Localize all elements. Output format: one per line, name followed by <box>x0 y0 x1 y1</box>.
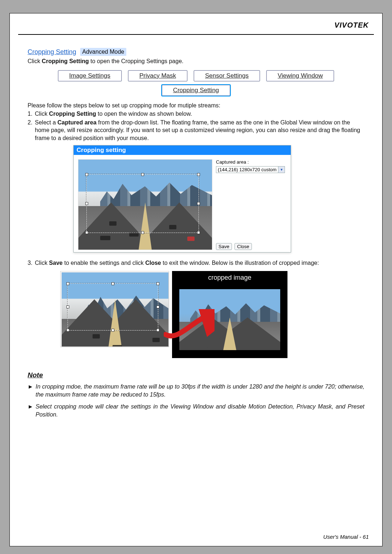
note-heading: Note <box>28 371 364 379</box>
step-3-t1: Click <box>35 260 49 266</box>
handle-icon <box>156 282 159 285</box>
tab-image-settings[interactable]: Image Settings <box>58 70 122 81</box>
chevron-down-icon[interactable]: ▾ <box>278 167 285 173</box>
footer-page: 61 <box>363 534 369 540</box>
captured-area-label: Captured area : <box>216 159 286 165</box>
handle-icon <box>66 305 69 308</box>
step-3-s2: Close <box>145 260 161 266</box>
handle-icon[interactable] <box>197 231 200 234</box>
tabs-row-2: Cropping Setting <box>28 85 364 96</box>
step-3-num: 3. <box>28 259 35 268</box>
cropping-window: Cropping setting <box>73 145 291 253</box>
step-2-num: 2. <box>28 119 35 143</box>
step-2-strong: Captured area <box>57 119 97 126</box>
cropped-image <box>179 289 280 350</box>
preview-lane-right <box>204 317 280 350</box>
close-button[interactable]: Close <box>234 243 252 250</box>
content-area: Cropping Setting Advanced Mode Click Cro… <box>28 48 364 423</box>
step-1: 1. Click Cropping Setting to open the wi… <box>28 110 364 119</box>
source-thumbnail <box>60 271 169 347</box>
document-sheet: VIVOTEK Cropping Setting Advanced Mode C… <box>9 13 383 546</box>
cropping-window-body: Captured area : (144,216) 1280x720 custo… <box>74 155 291 252</box>
step-2-prefix: Select a <box>35 119 57 126</box>
tabs-row-1: Image Settings Privacy Mask Sensor Setti… <box>28 70 364 81</box>
tabs-illustration: Image Settings Privacy Mask Sensor Setti… <box>28 70 364 96</box>
tab-viewing-window[interactable]: Viewing Window <box>266 70 334 81</box>
step-3: 3. Click Save to enable the settings and… <box>28 259 364 268</box>
result-panel: cropped image <box>172 271 287 358</box>
triangle-bullet-icon: ► <box>28 403 36 418</box>
steps-intro: Please follow the steps below to set up … <box>28 102 364 110</box>
cropping-side-panel: Captured area : (144,216) 1280x720 custo… <box>216 159 286 250</box>
handle-icon <box>66 282 69 285</box>
car-icon <box>100 236 110 240</box>
handle-icon[interactable] <box>141 173 144 176</box>
note-1-text: In cropping mdoe, the maximum frame rate… <box>36 383 364 398</box>
car-icon <box>187 237 195 241</box>
tab-sensor-settings[interactable]: Sensor Settings <box>194 70 260 81</box>
handle-icon[interactable] <box>85 231 88 234</box>
triangle-bullet-icon: ► <box>28 383 36 398</box>
mode-badge: Advanced Mode <box>80 48 127 56</box>
save-button[interactable]: Save <box>216 243 232 250</box>
intro-suffix: to open the Cropping Settings page. <box>89 58 184 64</box>
cropped-image-label: cropped image <box>172 274 287 282</box>
divider <box>18 34 374 35</box>
note-item: ► In cropping mdoe, the maximum frame ra… <box>28 383 364 398</box>
selection-frame[interactable] <box>86 174 199 233</box>
step-2: 2. Select a Captured area from the drop-… <box>28 119 364 143</box>
source-preview <box>61 272 169 347</box>
handle-icon <box>111 282 114 285</box>
tab-privacy-mask[interactable]: Privacy Mask <box>128 70 187 81</box>
footer-label: User's Manual - <box>323 534 363 540</box>
intro-prefix: Click <box>28 58 42 64</box>
step-1-strong: Cropping Setting <box>49 111 96 117</box>
step-1-prefix: Click <box>35 111 49 117</box>
step-3-t2: to enable the settings and click <box>62 260 145 266</box>
comparison-illustration: cropped image <box>60 271 364 358</box>
note-list: ► In cropping mdoe, the maximum frame ra… <box>28 383 364 418</box>
handle-icon <box>111 329 114 332</box>
handle-icon[interactable] <box>197 173 200 176</box>
cropping-preview[interactable] <box>78 159 212 250</box>
preview-road <box>179 322 280 350</box>
cropping-window-title: Cropping setting <box>74 145 291 155</box>
captured-area-dropdown[interactable]: (144,216) 1280x720 custom ▾ <box>216 166 285 173</box>
page-footer: User's Manual - 61 <box>323 534 369 540</box>
cropped-preview <box>179 289 280 350</box>
handle-icon[interactable] <box>141 231 144 234</box>
step-1-suffix: to open the window as shown below. <box>96 111 192 117</box>
handle-icon[interactable] <box>85 173 88 176</box>
handle-icon[interactable] <box>85 202 88 205</box>
note-2-text: Select cropping mode will clear the sett… <box>36 403 364 418</box>
car-icon <box>93 334 100 338</box>
handle-icon <box>156 329 159 332</box>
handle-icon <box>156 305 159 308</box>
page-container: VIVOTEK Cropping Setting Advanced Mode C… <box>0 0 392 554</box>
brand-label: VIVOTEK <box>334 21 369 29</box>
intro-strong: Cropping Setting <box>42 58 89 64</box>
selection-frame <box>68 283 158 331</box>
handle-icon[interactable] <box>197 202 200 205</box>
step-3-t3: to exit the window. Below is the illustr… <box>161 260 319 266</box>
car-icon <box>113 345 122 347</box>
steps-block: Please follow the steps below to set up … <box>28 102 364 143</box>
step-1-num: 1. <box>28 110 35 119</box>
step-3-s1: Save <box>49 260 62 266</box>
captured-area-value: (144,216) 1280x720 custom <box>216 167 278 173</box>
section-title: Cropping Setting <box>28 48 76 56</box>
car-icon <box>152 338 160 342</box>
handle-icon <box>66 329 69 332</box>
preview-divider <box>223 317 236 350</box>
tab-cropping-setting[interactable]: Cropping Setting <box>162 85 230 96</box>
note-item: ► Select cropping mode will clear the se… <box>28 403 364 418</box>
intro-text: Click Cropping Setting to open the Cropp… <box>28 57 364 65</box>
cropping-actions: Save Close <box>216 243 253 250</box>
